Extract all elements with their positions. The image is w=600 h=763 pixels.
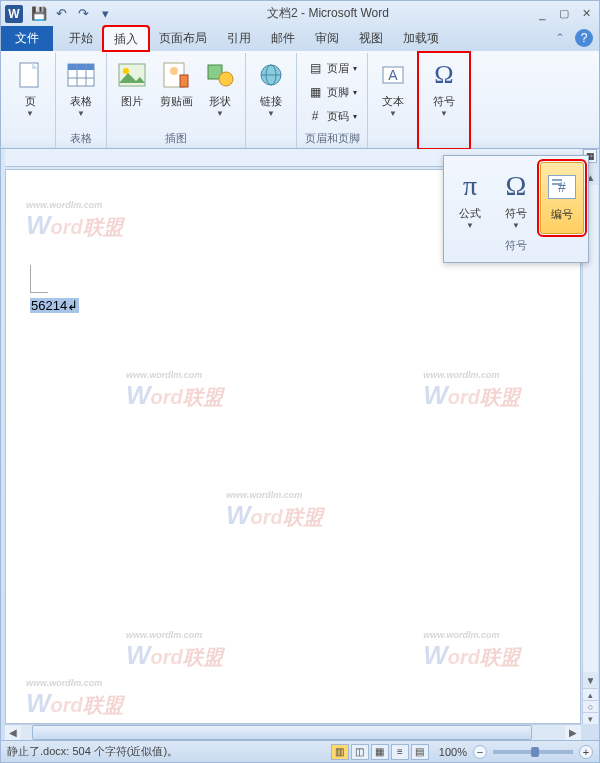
number-icon: #: [548, 169, 576, 205]
svg-rect-2: [68, 64, 94, 70]
tab-review[interactable]: 审阅: [305, 26, 349, 51]
print-layout-view-icon[interactable]: ▥: [331, 744, 349, 760]
margin-marker: [30, 265, 48, 293]
view-buttons: ▥ ◫ ▦ ≡ ▤: [331, 744, 429, 760]
horizontal-scrollbar[interactable]: ◀ ▶: [5, 724, 581, 740]
scroll-left-icon[interactable]: ◀: [5, 725, 21, 740]
chevron-down-icon: ▼: [466, 221, 474, 230]
footer-button[interactable]: ▦页脚 ▾: [301, 81, 363, 103]
chevron-down-icon: ▼: [267, 109, 275, 118]
group-header-footer: ▤页眉 ▾ ▦页脚 ▾ #页码 ▾ 页眉和页脚: [297, 53, 368, 148]
chevron-down-icon: ▼: [216, 109, 224, 118]
zoom-in-button[interactable]: +: [579, 745, 593, 759]
close-button[interactable]: ✕: [577, 6, 595, 22]
group-links: 链接 ▼: [246, 53, 297, 148]
header-button[interactable]: ▤页眉 ▾: [301, 57, 363, 79]
tab-home[interactable]: 开始: [59, 26, 103, 51]
ribbon-tabs: 文件 开始 插入 页面布局 引用 邮件 审阅 视图 加载项 ⌃ ?: [1, 26, 599, 51]
selected-text[interactable]: 56214↲: [30, 298, 79, 313]
group-pages: 页 ▼: [5, 53, 56, 148]
hscroll-track[interactable]: [21, 725, 565, 740]
svg-rect-10: [180, 75, 188, 87]
dropdown-group-label: 符号: [448, 234, 584, 253]
reading-view-icon[interactable]: ◫: [351, 744, 369, 760]
tab-addins[interactable]: 加载项: [393, 26, 449, 51]
link-icon: [255, 59, 287, 91]
omega-icon: Ω: [506, 168, 527, 204]
chevron-down-icon: ▼: [512, 221, 520, 230]
clipart-icon: [160, 59, 192, 91]
titlebar: W 💾 ↶ ↷ ▾ 文档2 - Microsoft Word ⎯ ▢ ✕: [1, 1, 599, 26]
zoom-slider[interactable]: [493, 750, 573, 754]
table-icon: [65, 59, 97, 91]
number-button[interactable]: # 编号: [540, 162, 584, 234]
symbol-dropdown-button[interactable]: Ω 符号 ▼: [494, 162, 538, 234]
zoom-control: 100% − +: [439, 745, 593, 759]
equation-button[interactable]: π 公式 ▼: [448, 162, 492, 234]
hyperlink-button[interactable]: 链接 ▼: [250, 55, 292, 127]
word-window: W 💾 ↶ ↷ ▾ 文档2 - Microsoft Word ⎯ ▢ ✕ 文件 …: [0, 0, 600, 763]
redo-icon[interactable]: ↷: [73, 4, 93, 24]
pi-icon: π: [463, 168, 477, 204]
footer-icon: ▦: [307, 84, 323, 100]
group-tables: 表格 ▼ 表格: [56, 53, 107, 148]
help-icon[interactable]: ?: [575, 29, 593, 47]
chevron-down-icon: ▼: [77, 109, 85, 118]
save-icon[interactable]: 💾: [29, 4, 49, 24]
browse-object-icon[interactable]: ○: [583, 700, 598, 712]
minimize-button[interactable]: ⎯: [533, 6, 551, 22]
svg-point-9: [170, 67, 178, 75]
maximize-button[interactable]: ▢: [555, 6, 573, 22]
svg-text:A: A: [388, 67, 398, 83]
zoom-thumb[interactable]: [531, 747, 539, 757]
tab-references[interactable]: 引用: [217, 26, 261, 51]
window-controls: ⎯ ▢ ✕: [533, 6, 595, 22]
zoom-level[interactable]: 100%: [439, 746, 467, 758]
tab-insert[interactable]: 插入: [103, 26, 149, 51]
file-tab[interactable]: 文件: [1, 26, 53, 51]
header-icon: ▤: [307, 60, 323, 76]
textbox-icon: A: [377, 59, 409, 91]
table-button[interactable]: 表格 ▼: [60, 55, 102, 127]
pagenum-icon: #: [307, 108, 323, 124]
textbox-button[interactable]: A 文本 ▼: [372, 55, 414, 127]
minimize-ribbon-icon[interactable]: ⌃: [551, 29, 569, 47]
zoom-out-button[interactable]: −: [473, 745, 487, 759]
symbol-dropdown-panel: π 公式 ▼ Ω 符号 ▼ # 编号 符号: [443, 155, 589, 263]
picture-button[interactable]: 图片: [111, 55, 153, 127]
chevron-down-icon: ▼: [389, 109, 397, 118]
status-text: 静止了.docx: 504 个字符(近似值)。: [7, 744, 331, 759]
undo-icon[interactable]: ↶: [51, 4, 71, 24]
quick-access-toolbar: 💾 ↶ ↷ ▾: [29, 4, 115, 24]
window-title: 文档2 - Microsoft Word: [123, 5, 533, 22]
scroll-down-icon[interactable]: ▼: [583, 672, 598, 688]
group-symbols: Ω 符号 ▼: [419, 53, 469, 148]
clipart-button[interactable]: 剪贴画: [155, 55, 197, 127]
symbol-button[interactable]: Ω 符号 ▼: [423, 55, 465, 127]
web-view-icon[interactable]: ▦: [371, 744, 389, 760]
shapes-button[interactable]: 形状 ▼: [199, 55, 241, 127]
statusbar: 静止了.docx: 504 个字符(近似值)。 ▥ ◫ ▦ ≡ ▤ 100% −…: [1, 740, 599, 762]
svg-point-7: [123, 68, 129, 74]
ribbon-insert: 页 ▼ 表格 ▼ 表格 图片: [1, 51, 599, 149]
next-page-icon[interactable]: ▾: [583, 712, 598, 724]
omega-icon: Ω: [428, 59, 460, 91]
chevron-down-icon: ▼: [26, 109, 34, 118]
tab-mailings[interactable]: 邮件: [261, 26, 305, 51]
svg-point-12: [219, 72, 233, 86]
qat-more-icon[interactable]: ▾: [95, 4, 115, 24]
shapes-icon: [204, 59, 236, 91]
tab-view[interactable]: 视图: [349, 26, 393, 51]
draft-view-icon[interactable]: ▤: [411, 744, 429, 760]
hscroll-thumb[interactable]: [32, 725, 532, 740]
page-button[interactable]: 页 ▼: [9, 55, 51, 127]
pagenumber-button[interactable]: #页码 ▾: [301, 105, 363, 127]
scroll-right-icon[interactable]: ▶: [565, 725, 581, 740]
outline-view-icon[interactable]: ≡: [391, 744, 409, 760]
page-icon: [14, 59, 46, 91]
picture-icon: [116, 59, 148, 91]
prev-page-icon[interactable]: ▴: [583, 688, 598, 700]
tab-pagelayout[interactable]: 页面布局: [149, 26, 217, 51]
group-illustrations: 图片 剪贴画 形状 ▼ 插图: [107, 53, 246, 148]
app-icon: W: [5, 5, 23, 23]
